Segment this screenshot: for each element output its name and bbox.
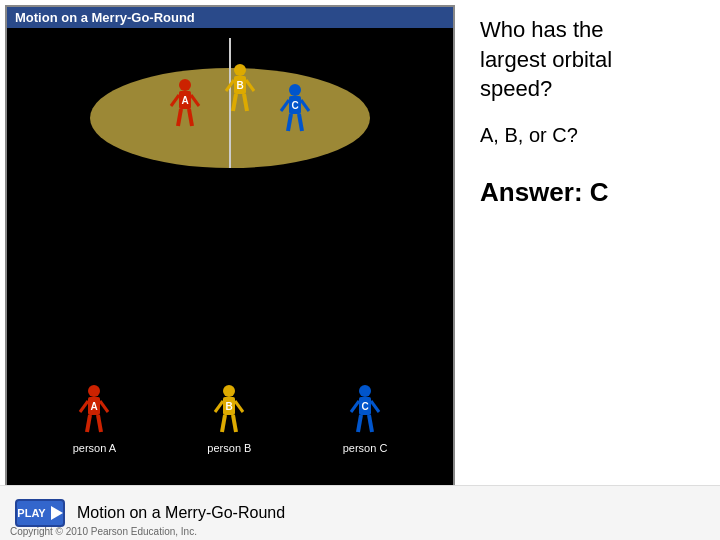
svg-line-38 [369,415,372,432]
svg-line-2 [178,109,181,126]
sim-content: A B [7,28,453,484]
svg-line-24 [98,415,101,432]
person-c-bottom: C person C [343,384,388,454]
person-c-on-disk: C [277,83,313,138]
svg-line-39 [351,401,359,412]
svg-point-14 [289,84,301,96]
svg-text:A: A [181,95,188,106]
simulation-panel: Motion on a Merry-Go-Round [5,5,455,515]
svg-line-32 [215,401,223,412]
svg-line-5 [191,95,199,106]
svg-point-28 [223,385,235,397]
person-a-label: person A [73,442,116,454]
question-line2: largest orbital [480,47,612,72]
svg-line-37 [358,415,361,432]
svg-line-3 [189,109,192,126]
question-text: Who has the largest orbital speed? [480,15,700,104]
svg-line-23 [87,415,90,432]
answer-text: Answer: C [480,177,700,208]
person-a-on-disk: A [167,78,203,133]
person-b-figure: B [222,63,258,118]
svg-text:B: B [236,80,243,91]
svg-line-26 [100,401,108,412]
svg-text:B: B [226,401,233,412]
person-c-label: person C [343,442,388,454]
person-a-bottom: A person A [73,384,116,454]
svg-line-10 [244,94,247,111]
person-b-label: person B [207,442,251,454]
choices-text: A, B, or C? [480,124,700,147]
svg-point-7 [234,64,246,76]
right-panel: Who has the largest orbital speed? A, B,… [460,0,720,540]
person-b-bottom-figure: B [211,384,247,439]
person-b-on-disk: B [222,63,258,118]
person-a-figure: A [167,78,203,133]
person-a-bottom-figure: A [76,384,112,439]
svg-text:C: C [361,401,368,412]
svg-text:C: C [291,100,298,111]
person-c-bottom-figure: C [347,384,383,439]
svg-line-33 [235,401,243,412]
play-icon [51,506,63,520]
svg-line-40 [371,401,379,412]
main-container: Motion on a Merry-Go-Round [0,0,720,540]
play-button[interactable]: PLAY [15,499,65,527]
question-line3: speed? [480,76,552,101]
svg-line-30 [222,415,225,432]
svg-line-4 [171,95,179,106]
svg-line-25 [80,401,88,412]
person-c-figure: C [277,83,313,138]
svg-line-16 [288,114,291,131]
svg-line-31 [233,415,236,432]
svg-point-21 [88,385,100,397]
svg-line-19 [301,100,309,111]
svg-line-11 [226,80,234,91]
sim-title: Motion on a Merry-Go-Round [7,7,453,28]
copyright-text: Copyright © 2010 Pearson Education, Inc. [10,526,197,537]
question-line1: Who has the [480,17,604,42]
play-label: PLAY [17,507,45,519]
footer-title: Motion on a Merry-Go-Round [77,504,285,522]
person-b-bottom: B person B [207,384,251,454]
svg-line-9 [233,94,236,111]
svg-line-12 [246,80,254,91]
svg-point-35 [359,385,371,397]
svg-text:A: A [91,401,98,412]
svg-point-0 [179,79,191,91]
svg-line-18 [281,100,289,111]
persons-bottom-row: A person A B person B [7,384,453,454]
svg-line-17 [299,114,302,131]
